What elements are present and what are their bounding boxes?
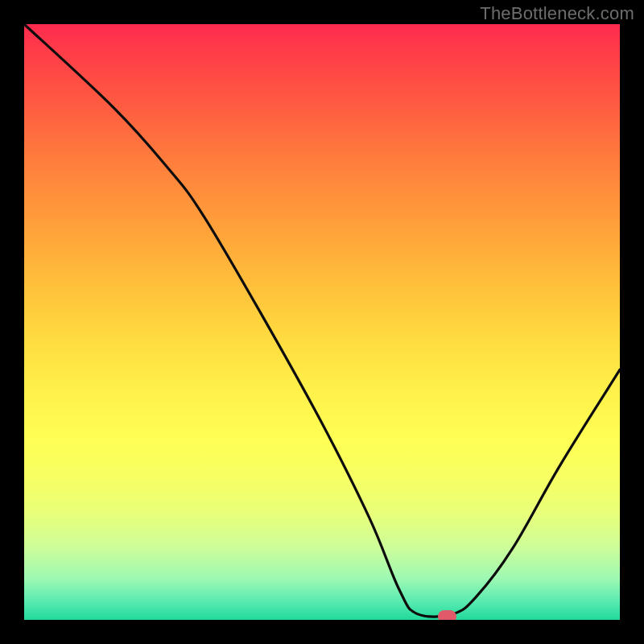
chart-frame: TheBottleneck.com bbox=[0, 0, 644, 644]
plot-area bbox=[24, 24, 620, 620]
gradient-background bbox=[24, 24, 620, 620]
watermark-text: TheBottleneck.com bbox=[480, 3, 634, 24]
optimum-marker bbox=[438, 610, 457, 620]
